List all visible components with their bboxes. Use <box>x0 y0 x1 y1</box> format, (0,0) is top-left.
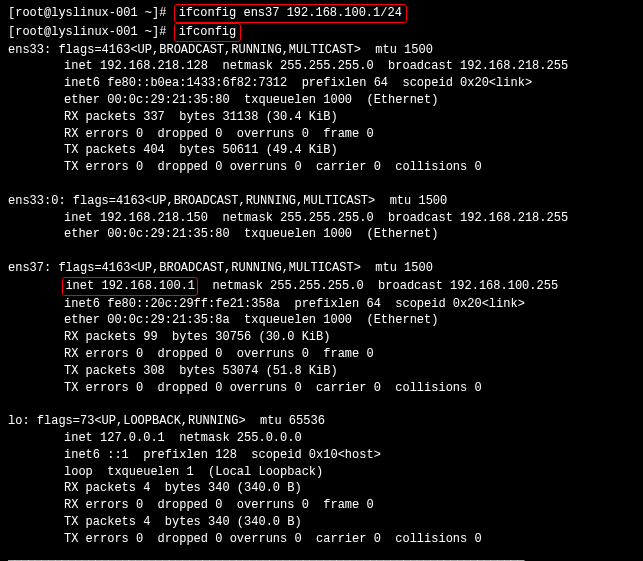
shell-prompt: [root@lyslinux-001 ~]# <box>8 25 166 39</box>
ens37-inet-rest: netmask 255.255.255.0 broadcast 192.168.… <box>198 279 558 293</box>
ens33-0-ether: ether 00:0c:29:21:35:80 txqueuelen 1000 … <box>8 226 635 243</box>
ens37-inet6: inet6 fe80::20c:29ff:fe21:358a prefixlen… <box>8 296 635 313</box>
command-text[interactable]: ifconfig ens37 192.168.100.1/24 <box>179 6 402 20</box>
highlight-cmd-1: ifconfig ens37 192.168.100.1/24 <box>174 4 407 23</box>
ens37-rxe: RX errors 0 dropped 0 overruns 0 frame 0 <box>8 346 635 363</box>
highlight-cmd-2: ifconfig <box>174 23 242 42</box>
ens33-txp: TX packets 404 bytes 50611 (49.4 KiB) <box>8 142 635 159</box>
lo-txp: TX packets 4 bytes 340 (340.0 B) <box>8 514 635 531</box>
lo-inet: inet 127.0.0.1 netmask 255.0.0.0 <box>8 430 635 447</box>
ens37-header: ens37: flags=4163<UP,BROADCAST,RUNNING,M… <box>8 260 635 277</box>
ens33-inet: inet 192.168.218.128 netmask 255.255.255… <box>8 58 635 75</box>
ens33-inet6: inet6 fe80::b0ea:1433:6f82:7312 prefixle… <box>8 75 635 92</box>
prompt-line-1: [root@lyslinux-001 ~]# ifconfig ens37 19… <box>8 4 635 23</box>
lo-rxp: RX packets 4 bytes 340 (340.0 B) <box>8 480 635 497</box>
ens37-txp: TX packets 308 bytes 53074 (51.8 KiB) <box>8 363 635 380</box>
lo-inet6: inet6 ::1 prefixlen 128 scopeid 0x10<hos… <box>8 447 635 464</box>
command-text[interactable]: ifconfig <box>179 25 237 39</box>
highlight-ens37-inet: inet 192.168.100.1 <box>62 277 198 296</box>
lo-loop: loop txqueuelen 1 (Local Loopback) <box>8 464 635 481</box>
ens33-ether: ether 00:0c:29:21:35:80 txqueuelen 1000 … <box>8 92 635 109</box>
lo-rxe: RX errors 0 dropped 0 overruns 0 frame 0 <box>8 497 635 514</box>
ens33-rxp: RX packets 337 bytes 31138 (30.4 KiB) <box>8 109 635 126</box>
ens37-ether: ether 00:0c:29:21:35:8a txqueuelen 1000 … <box>8 312 635 329</box>
prompt-line-2: [root@lyslinux-001 ~]# ifconfig <box>8 23 635 42</box>
ens33-rxe: RX errors 0 dropped 0 overruns 0 frame 0 <box>8 126 635 143</box>
ens33-0-header: ens33:0: flags=4163<UP,BROADCAST,RUNNING… <box>8 193 635 210</box>
ens37-inet-addr: inet 192.168.100.1 <box>65 279 195 293</box>
lo-txe: TX errors 0 dropped 0 overruns 0 carrier… <box>8 531 635 548</box>
ens37-txe: TX errors 0 dropped 0 overruns 0 carrier… <box>8 380 635 397</box>
separator-line: ________________________________________… <box>8 548 635 562</box>
ens33-0-inet: inet 192.168.218.150 netmask 255.255.255… <box>8 210 635 227</box>
shell-prompt: [root@lyslinux-001 ~]# <box>8 6 166 20</box>
ens37-inet-line: inet 192.168.100.1 netmask 255.255.255.0… <box>8 277 635 296</box>
ens33-txe: TX errors 0 dropped 0 overruns 0 carrier… <box>8 159 635 176</box>
ens33-header: ens33: flags=4163<UP,BROADCAST,RUNNING,M… <box>8 42 635 59</box>
ens37-rxp: RX packets 99 bytes 30756 (30.0 KiB) <box>8 329 635 346</box>
lo-header: lo: flags=73<UP,LOOPBACK,RUNNING> mtu 65… <box>8 413 635 430</box>
